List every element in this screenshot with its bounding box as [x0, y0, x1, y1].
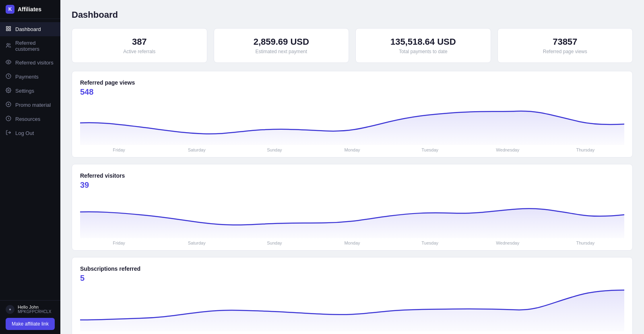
stats-row: 387Active referrals2,859.69 USDEstimated…	[72, 28, 633, 63]
chart-value: 548	[80, 87, 624, 97]
chart-title: Referred visitors	[80, 172, 624, 179]
chart-svg	[80, 194, 624, 238]
chart-days: FridaySaturdaySundayMondayTuesdayWednesd…	[80, 238, 624, 246]
svg-rect-3	[6, 29, 8, 31]
settings-icon	[6, 87, 11, 94]
chart-value: 39	[80, 180, 624, 190]
payments-icon	[6, 73, 11, 80]
chart-day-label: Saturday	[158, 147, 235, 152]
sidebar-label: Dashboard	[15, 26, 41, 32]
svg-point-4	[7, 43, 9, 45]
stat-card-referred-page-views: 73857Referred page views	[497, 28, 633, 63]
chart-day-label: Tuesday	[391, 241, 469, 245]
resources-icon	[6, 116, 11, 122]
sidebar-label: Promo material	[15, 102, 51, 108]
sidebar-label: Referred visitors	[15, 60, 54, 66]
stat-value: 73857	[506, 37, 625, 47]
sidebar-item-dashboard[interactable]: Dashboard	[0, 22, 60, 36]
referred-customers-icon	[6, 43, 11, 50]
svg-point-7	[8, 89, 9, 91]
page-title: Dashboard	[72, 10, 633, 20]
charts-container: Referred page views 548 FridaySaturdaySu…	[72, 71, 633, 334]
chart-area	[80, 101, 624, 145]
chart-svg	[80, 101, 624, 145]
chart-value: 5	[80, 274, 624, 283]
chart-day-label: Tuesday	[391, 147, 469, 152]
chart-card-page-views-chart: Referred page views 548 FridaySaturdaySu…	[72, 71, 633, 158]
chart-title: Referred page views	[80, 79, 624, 86]
chart-days: FridaySaturdaySundayMondayTuesdayWednesd…	[80, 331, 624, 334]
chart-day-label: Thursday	[547, 241, 624, 245]
sidebar-item-referred-customers[interactable]: Referred customers	[0, 36, 60, 56]
chart-area	[80, 194, 624, 238]
chart-day-label: Wednesday	[469, 241, 547, 245]
sidebar-item-log-out[interactable]: Log Out	[0, 126, 60, 140]
dashboard-icon	[6, 26, 11, 33]
sidebar-item-payments[interactable]: Payments	[0, 70, 60, 84]
chart-card-referred-visitors-chart: Referred visitors 39 FridaySaturdaySunda…	[72, 164, 633, 251]
sidebar-item-referred-visitors[interactable]: Referred visitors	[0, 56, 60, 70]
sidebar-bottom: ● Hello John MPKGFPCRHCLX Make affiliate…	[0, 300, 60, 334]
stat-value: 387	[80, 37, 199, 47]
app-logo: K Affiliates	[0, 0, 60, 19]
stat-value: 2,859.69 USD	[222, 37, 341, 47]
chart-day-label: Wednesday	[469, 147, 547, 152]
user-icon: ●	[6, 305, 14, 314]
chart-day-label: Monday	[313, 241, 391, 245]
sidebar-label: Log Out	[15, 130, 34, 136]
sidebar-label: Referred customers	[15, 40, 55, 52]
stat-label: Referred page views	[506, 49, 625, 54]
svg-rect-0	[6, 27, 8, 28]
sidebar-item-resources[interactable]: Resources	[0, 112, 60, 126]
sidebar-label: Payments	[15, 74, 39, 80]
chart-day-label: Sunday	[235, 241, 313, 245]
sidebar-item-promo-material[interactable]: Promo material	[0, 98, 60, 112]
chart-day-label: Monday	[313, 147, 391, 152]
referred-visitors-icon	[6, 59, 11, 66]
chart-day-label: Saturday	[158, 241, 235, 245]
stat-card-total-payments: 135,518.64 USDTotal payments to date	[355, 28, 491, 63]
sidebar: K Affiliates DashboardReferred customers…	[0, 0, 60, 334]
chart-svg	[80, 287, 624, 331]
chart-day-label: Thursday	[547, 147, 624, 152]
svg-point-5	[8, 61, 9, 63]
stat-label: Active referrals	[80, 49, 199, 54]
sidebar-nav: DashboardReferred customersReferred visi…	[0, 19, 60, 300]
chart-area	[80, 287, 624, 331]
user-code: MPKGFPCRHCLX	[18, 309, 51, 314]
chart-card-subscriptions-referred-chart: Subscriptions referred 5 FridaySaturdayS…	[72, 257, 633, 334]
affiliate-button[interactable]: Make affiliate link	[6, 318, 55, 330]
log-out-icon	[6, 130, 11, 137]
chart-day-label: Sunday	[235, 147, 313, 152]
svg-rect-1	[9, 27, 10, 28]
stat-card-estimated-payment: 2,859.69 USDEstimated next payment	[214, 28, 349, 63]
chart-title: Subscriptions referred	[80, 266, 624, 272]
sidebar-label: Resources	[15, 116, 40, 122]
svg-rect-2	[9, 29, 10, 31]
stat-card-active-referrals: 387Active referrals	[72, 28, 207, 63]
user-greeting: Hello John	[18, 305, 51, 309]
stat-value: 135,518.64 USD	[364, 37, 483, 47]
stat-label: Total payments to date	[364, 49, 483, 54]
chart-days: FridaySaturdaySundayMondayTuesdayWednesd…	[80, 145, 624, 153]
app-logo-icon: K	[6, 5, 14, 14]
chart-day-label: Friday	[80, 147, 158, 152]
sidebar-item-settings[interactable]: Settings	[0, 84, 60, 98]
chart-day-label: Friday	[80, 241, 158, 245]
promo-material-icon	[6, 102, 11, 108]
stat-label: Estimated next payment	[222, 49, 341, 54]
app-name: Affiliates	[18, 6, 41, 12]
main-content: Dashboard 387Active referrals2,859.69 US…	[60, 0, 644, 334]
sidebar-label: Settings	[15, 88, 34, 94]
sidebar-user: ● Hello John MPKGFPCRHCLX	[6, 305, 55, 314]
